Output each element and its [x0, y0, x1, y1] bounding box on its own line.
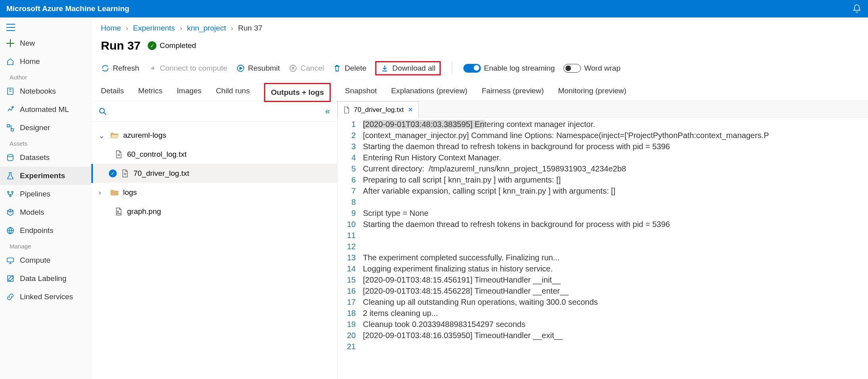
- nav-pipelines[interactable]: Pipelines: [0, 185, 91, 203]
- log-text: 2 items cleaning up...: [363, 308, 438, 319]
- delete-button[interactable]: Delete: [333, 64, 366, 73]
- file-tab-label: 70_driver_log.txt: [354, 106, 404, 114]
- nav-data-labeling-label: Data Labeling: [20, 274, 66, 283]
- nav-home[interactable]: Home: [0, 52, 91, 71]
- tree-file-70-driver-log[interactable]: ✓ 70_driver_log.txt: [91, 164, 337, 183]
- nav-linked-services[interactable]: Linked Services: [0, 288, 91, 306]
- log-line: 5Current directory: /tmp/azureml_runs/kn…: [338, 163, 868, 174]
- tab-fairness[interactable]: Fairness (preview): [482, 83, 544, 101]
- log-line: 14Logging experiment finalizing status i…: [338, 263, 868, 274]
- page-title-bar: Run 37 ✓ Completed: [91, 36, 868, 56]
- tab-child-runs[interactable]: Child runs: [216, 83, 250, 101]
- app-header: Microsoft Azure Machine Learning: [0, 0, 868, 17]
- breadcrumb-project[interactable]: knn_project: [187, 24, 226, 33]
- log-text: [2020-09-01T03:48:03.383595] Entering co…: [363, 119, 595, 130]
- close-tab-icon[interactable]: ✕: [408, 106, 413, 114]
- chevron-right-icon: ›: [180, 24, 182, 33]
- nav-new[interactable]: New: [0, 34, 91, 52]
- tab-explanations[interactable]: Explanations (preview): [391, 83, 467, 101]
- resubmit-button[interactable]: Resubmit: [236, 64, 280, 73]
- file-icon: [122, 169, 129, 177]
- nav-datasets[interactable]: Datasets: [0, 148, 91, 167]
- download-all-button[interactable]: Download all: [375, 61, 441, 75]
- tree-file-graph-png[interactable]: graph.png: [91, 202, 337, 221]
- tree-folder-azureml-logs[interactable]: ⌄ azureml-logs: [91, 126, 337, 145]
- nav-data-labeling[interactable]: Data Labeling: [0, 269, 91, 288]
- breadcrumb-experiments[interactable]: Experiments: [133, 24, 175, 33]
- hamburger-icon[interactable]: [0, 21, 91, 34]
- svg-point-13: [100, 108, 104, 113]
- svg-point-4: [8, 154, 13, 157]
- log-text: Starting the daemon thread to refresh to…: [363, 141, 670, 152]
- log-text: Current directory: /tmp/azureml_runs/knn…: [363, 163, 626, 174]
- log-streaming-label: Enable log streaming: [484, 64, 555, 73]
- nav-compute[interactable]: Compute: [0, 251, 91, 269]
- tab-outputs-logs[interactable]: Outputs + logs: [264, 83, 331, 102]
- log-streaming-toggle[interactable]: Enable log streaming: [463, 64, 555, 73]
- tree-file-label: 60_control_log.txt: [127, 150, 187, 159]
- line-number: 15: [338, 274, 363, 285]
- nav-experiments[interactable]: Experiments: [0, 167, 91, 185]
- tab-images[interactable]: Images: [177, 83, 201, 101]
- log-text: [context_manager_injector.py] Command li…: [363, 130, 769, 141]
- breadcrumb: Home › Experiments › knn_project › Run 3…: [91, 17, 868, 36]
- notifications-icon[interactable]: [852, 4, 862, 13]
- cancel-label: Cancel: [301, 64, 324, 73]
- word-wrap-toggle[interactable]: Word wrap: [563, 64, 621, 73]
- line-number: 3: [338, 141, 363, 152]
- log-text: [2020-09-01T03:48:15.456228] TimeoutHand…: [363, 285, 569, 296]
- image-file-icon: [115, 208, 122, 215]
- tree-file-60-control-log[interactable]: 60_control_log.txt: [91, 145, 337, 164]
- line-number: 17: [338, 296, 363, 308]
- refresh-label: Refresh: [113, 64, 139, 73]
- tree-folder-logs[interactable]: › logs: [91, 183, 337, 202]
- collapse-pane-icon[interactable]: «: [325, 106, 330, 117]
- check-circle-icon: ✓: [148, 41, 156, 50]
- tab-monitoring[interactable]: Monitoring (preview): [558, 83, 626, 101]
- cancel-button: Cancel: [289, 64, 324, 73]
- log-text: Entering Run History Context Manager.: [363, 152, 501, 163]
- nav-new-label: New: [20, 39, 35, 48]
- nav-models[interactable]: Models: [0, 203, 91, 221]
- nav-automl-label: Automated ML: [20, 105, 69, 114]
- status-text: Completed: [160, 41, 196, 50]
- tab-metrics[interactable]: Metrics: [138, 83, 162, 101]
- download-all-label: Download all: [392, 64, 436, 73]
- tree-file-label: 70_driver_log.txt: [133, 169, 189, 178]
- nav-automl[interactable]: Automated ML: [0, 100, 91, 119]
- nav-endpoints-label: Endpoints: [20, 226, 54, 235]
- log-line: 12: [338, 241, 868, 252]
- breadcrumb-home[interactable]: Home: [101, 24, 121, 33]
- search-icon[interactable]: [98, 107, 107, 116]
- cancel-icon: [289, 64, 297, 73]
- nav-pipelines-label: Pipelines: [20, 190, 50, 198]
- nav-endpoints[interactable]: Endpoints: [0, 221, 91, 240]
- file-tab-70-driver-log[interactable]: 70_driver_log.txt ✕: [338, 101, 419, 118]
- line-number: 5: [338, 163, 363, 174]
- log-content[interactable]: 1[2020-09-01T03:48:03.383595] Entering c…: [338, 118, 868, 379]
- line-number: 16: [338, 285, 363, 296]
- tab-snapshot[interactable]: Snapshot: [345, 83, 377, 101]
- log-line: 6Preparing to call script [ knn_train.py…: [338, 174, 868, 185]
- log-text: After variable expansion, calling script…: [363, 185, 615, 196]
- svg-point-6: [12, 191, 13, 193]
- line-number: 14: [338, 263, 363, 274]
- line-number: 4: [338, 152, 363, 163]
- resubmit-label: Resubmit: [248, 64, 280, 73]
- log-text: [2020-09-01T03:48:16.035950] TimeoutHand…: [363, 330, 563, 341]
- file-icon: [115, 150, 122, 158]
- log-line: 182 items cleaning up...: [338, 308, 868, 319]
- refresh-button[interactable]: Refresh: [101, 64, 139, 73]
- log-text: The experiment completed successfully. F…: [363, 252, 559, 263]
- endpoints-icon: [6, 227, 14, 235]
- svg-rect-3: [11, 129, 14, 131]
- svg-rect-2: [7, 125, 10, 127]
- nav-designer[interactable]: Designer: [0, 119, 91, 137]
- log-line: 16[2020-09-01T03:48:15.456228] TimeoutHa…: [338, 285, 868, 296]
- log-line: 19Cleanup took 0.20339488983154297 secon…: [338, 319, 868, 330]
- tab-details[interactable]: Details: [101, 83, 124, 101]
- log-line: 9Script type = None: [338, 208, 868, 219]
- selected-check-icon: ✓: [109, 169, 117, 177]
- nav-notebooks[interactable]: Notebooks: [0, 82, 91, 100]
- log-text: Preparing to call script [ knn_train.py …: [363, 174, 561, 185]
